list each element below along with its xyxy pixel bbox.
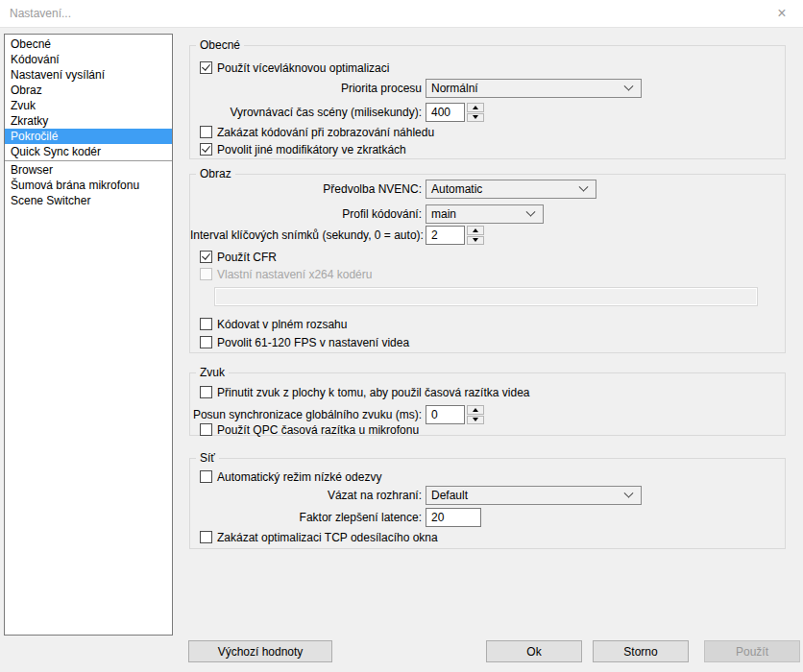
checkbox-multithread-optimization[interactable]: Použít vícevláknovou optimalizaci <box>200 60 389 75</box>
nvenc-preset-label: Předvolba NVENC: <box>190 180 422 199</box>
title-bar: Nastavení... × <box>0 0 803 28</box>
audio-sync-offset-input[interactable] <box>426 405 465 424</box>
arrow-down-icon <box>473 238 478 242</box>
encoding-profile-label: Profil kódování: <box>190 204 422 224</box>
spin-up-button[interactable] <box>467 226 484 235</box>
group-network-title: Síť <box>196 451 219 465</box>
group-network: Síť Automatický režim nízké odezvy Vázat… <box>189 458 786 549</box>
encoding-profile-dropdown[interactable]: main <box>426 204 544 224</box>
arrow-up-icon <box>473 228 478 232</box>
checkbox-box[interactable] <box>200 251 212 263</box>
spin-up-button[interactable] <box>467 405 484 415</box>
checkbox-auto-low-latency[interactable]: Automatický režim nízké odezvy <box>200 469 381 484</box>
checkbox-allow-high-fps[interactable]: Povolit 61-120 FPS v nastavení videa <box>200 335 409 349</box>
sidebar-item-pokrocile[interactable]: Pokročilé <box>5 129 172 144</box>
window-title: Nastavení... <box>10 0 71 27</box>
checkbox-box[interactable] <box>200 470 212 483</box>
keyframe-interval-spinner <box>426 226 484 245</box>
sidebar-item-quick-sync[interactable]: Quick Sync kodér <box>5 144 172 159</box>
checkbox-label: Kódovat v plném rozsahu <box>217 318 347 331</box>
checkbox-box[interactable] <box>200 531 212 543</box>
checkbox-label: Vlastní nastavení x264 kodéru <box>217 268 372 281</box>
group-video-title: Obraz <box>196 167 235 180</box>
checkbox-box[interactable] <box>200 423 212 436</box>
encoding-profile-value: main <box>426 207 527 221</box>
sidebar-item-obraz[interactable]: Obraz <box>5 83 172 98</box>
checkbox-label: Použít CFR <box>217 251 277 264</box>
checkbox-box[interactable] <box>200 336 212 348</box>
group-audio: Zvuk Přinutit zvuk z plochy k tomu, aby … <box>189 372 786 436</box>
defaults-button[interactable]: Výchozí hodnoty <box>188 640 332 662</box>
group-general: Obecné Použít vícevláknovou optimalizaci… <box>189 45 786 159</box>
checkbox-label: Automatický režim nízké odezvy <box>217 470 381 484</box>
checkbox-label: Povolit jiné modifikátory ve zkratkách <box>217 143 406 156</box>
audio-sync-offset-spinner <box>426 405 484 424</box>
chevron-down-icon <box>526 206 536 216</box>
group-general-title: Obecné <box>196 38 244 52</box>
audio-sync-offset-label: Posun synchronizace globálního zvuku (ms… <box>190 405 422 424</box>
sidebar-item-nastaveni-vysilani[interactable]: Nastavení vysílání <box>5 67 172 83</box>
checkbox-box[interactable] <box>200 386 212 398</box>
sidebar-item-browser[interactable]: Browser <box>5 162 172 178</box>
keyframe-interval-label: Interval klíčových snímků (sekundy, 0 = … <box>190 226 422 245</box>
checkbox-box[interactable] <box>200 143 212 156</box>
sidebar-separator <box>5 160 172 161</box>
scene-buffer-spinner <box>426 103 484 122</box>
latency-factor-input[interactable] <box>426 508 481 527</box>
spin-up-button[interactable] <box>467 103 484 112</box>
checkbox-box[interactable] <box>200 126 212 138</box>
scene-buffer-label: Vyrovnávací čas scény (milisekundy): <box>190 103 422 122</box>
apply-button: Použít <box>704 640 800 662</box>
bind-interface-value: Default <box>426 489 625 502</box>
checkbox-label: Zakázat optimalizaci TCP odesílacího okn… <box>217 531 438 544</box>
checkbox-label: Zakázat kódování při zobrazování náhledu <box>217 126 434 139</box>
checkbox-disable-tcp-optimization[interactable]: Zakázat optimalizaci TCP odesílacího okn… <box>200 530 438 544</box>
chevron-down-icon <box>579 181 589 191</box>
checkbox-label: Použít vícevláknovou optimalizaci <box>217 61 389 75</box>
sidebar-item-obecne[interactable]: Obecné <box>5 36 172 52</box>
ok-button[interactable]: Ok <box>486 640 582 662</box>
sidebar-item-zkratky[interactable]: Zkratky <box>5 113 172 129</box>
bind-interface-label: Vázat na rozhraní: <box>190 486 422 505</box>
process-priority-value: Normální <box>426 82 625 95</box>
checkbox-qpc-mic-timestamps[interactable]: Použít QPC časová razítka u mikrofonu <box>200 422 419 437</box>
spin-down-button[interactable] <box>467 113 484 123</box>
cancel-button[interactable]: Storno <box>593 640 689 662</box>
spin-down-button[interactable] <box>467 236 484 246</box>
checkbox-label: Přinutit zvuk z plochy k tomu, aby použi… <box>217 386 529 399</box>
checkbox-box[interactable] <box>200 318 212 330</box>
keyframe-interval-input[interactable] <box>426 226 465 245</box>
bind-interface-dropdown[interactable]: Default <box>426 486 642 505</box>
arrow-up-icon <box>473 408 478 412</box>
nvenc-preset-dropdown[interactable]: Automatic <box>426 180 596 199</box>
checkbox-label: Povolit 61-120 FPS v nastavení videa <box>217 336 409 349</box>
checkbox-force-desktop-audio-timestamps[interactable]: Přinutit zvuk z plochy k tomu, aby použi… <box>200 385 529 399</box>
checkbox-box[interactable] <box>200 61 212 74</box>
sidebar-item-zvuk[interactable]: Zvuk <box>5 98 172 113</box>
checkbox-box <box>200 268 212 280</box>
sidebar-item-kodovani[interactable]: Kódování <box>5 52 172 67</box>
settings-category-list: Obecné Kódování Nastavení vysílání Obraz… <box>4 34 173 636</box>
arrow-down-icon <box>473 115 478 119</box>
close-icon[interactable]: × <box>766 0 797 27</box>
scene-buffer-input[interactable] <box>426 103 465 122</box>
group-video: Obraz Předvolba NVENC: Automatic Profil … <box>189 174 786 353</box>
chevron-down-icon <box>624 81 634 90</box>
process-priority-label: Priorita procesu <box>190 79 422 98</box>
checkbox-disable-preview-encoding[interactable]: Zakázat kódování při zobrazování náhledu <box>200 125 434 139</box>
x264-settings-input <box>214 287 758 306</box>
group-audio-title: Zvuk <box>196 366 229 379</box>
latency-factor-label: Faktor zlepšení latence: <box>190 508 422 527</box>
checkbox-other-hotkey-modifiers[interactable]: Povolit jiné modifikátory ve zkratkách <box>200 142 406 156</box>
process-priority-dropdown[interactable]: Normální <box>426 79 642 98</box>
chevron-down-icon <box>624 488 634 497</box>
checkbox-full-range-encoding[interactable]: Kódovat v plném rozsahu <box>200 317 347 331</box>
nvenc-preset-value: Automatic <box>426 182 580 196</box>
checkbox-custom-x264-settings: Vlastní nastavení x264 kodéru <box>200 267 372 281</box>
sidebar-item-scene-switcher[interactable]: Scene Switcher <box>5 193 172 208</box>
spin-down-button[interactable] <box>467 416 484 425</box>
checkbox-label: Použít QPC časová razítka u mikrofonu <box>217 423 419 437</box>
sidebar-item-sumova-brana[interactable]: Šumová brána mikrofonu <box>5 178 172 193</box>
checkbox-use-cfr[interactable]: Použít CFR <box>200 250 277 264</box>
arrow-up-icon <box>473 106 478 109</box>
